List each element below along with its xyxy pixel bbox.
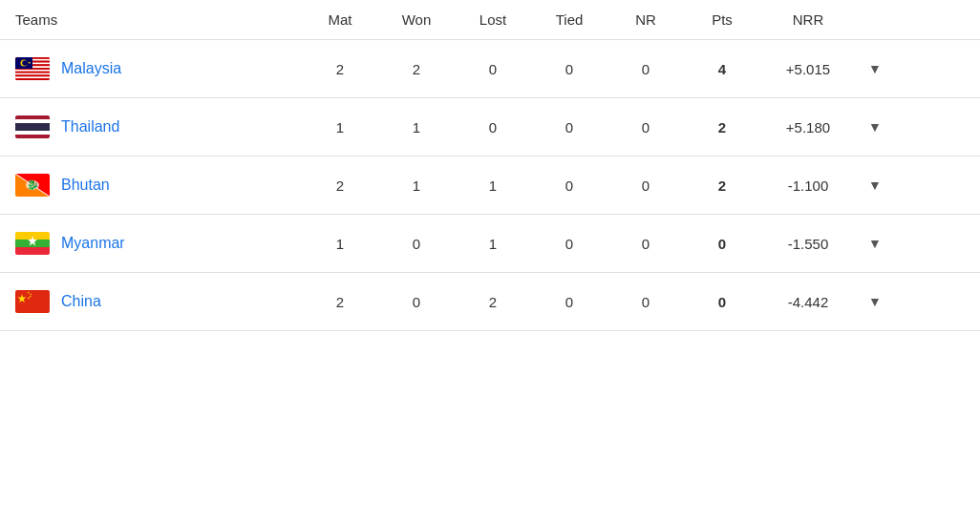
flag-malaysia <box>15 57 50 80</box>
svg-rect-8 <box>15 70 50 72</box>
header-nr: NR <box>607 11 684 28</box>
svg-rect-23 <box>15 135 50 138</box>
stat-tied-myanmar: 0 <box>531 236 607 252</box>
stat-pts-malaysia: 4 <box>684 61 760 77</box>
stat-mat-myanmar: 1 <box>302 236 378 252</box>
stat-tied-thailand: 0 <box>531 119 607 136</box>
svg-rect-21 <box>15 123 50 131</box>
stat-nr-china: 0 <box>607 294 684 310</box>
table-row: 🐉 Bhutan 2 1 1 0 0 2 -1.100 ▼ <box>0 157 980 215</box>
team-cell-china: China <box>15 290 302 313</box>
standings-table: Teams Mat Won Lost Tied NR Pts NRR <box>0 0 980 331</box>
header-mat: Mat <box>302 11 378 28</box>
svg-rect-31 <box>15 247 50 255</box>
stat-pts-myanmar: 0 <box>684 236 760 252</box>
table-row: Malaysia 2 2 0 0 0 4 +5.015 ▼ <box>0 40 980 98</box>
stat-nrr-myanmar: -1.550 <box>760 236 856 252</box>
team-name-bhutan[interactable]: Bhutan <box>61 177 110 194</box>
stat-pts-bhutan: 2 <box>684 177 760 194</box>
table-header: Teams Mat Won Lost Tied NR Pts NRR <box>0 0 980 40</box>
team-cell-malaysia: Malaysia <box>15 57 302 80</box>
stat-won-bhutan: 1 <box>378 177 455 194</box>
stat-mat-malaysia: 2 <box>302 61 378 77</box>
stat-nr-bhutan: 0 <box>607 177 684 194</box>
table-row: China 2 0 2 0 0 0 -4.442 ▼ <box>0 273 980 331</box>
stat-won-malaysia: 2 <box>378 61 455 77</box>
stat-won-china: 0 <box>378 294 455 310</box>
stat-won-thailand: 1 <box>378 119 455 136</box>
header-teams: Teams <box>15 11 302 28</box>
stat-lost-malaysia: 0 <box>455 61 531 77</box>
stat-lost-china: 2 <box>455 294 531 310</box>
expand-bhutan[interactable]: ▼ <box>856 177 894 193</box>
header-nrr: NRR <box>760 11 856 28</box>
svg-point-16 <box>22 60 28 66</box>
svg-rect-11 <box>15 74 50 76</box>
stat-nrr-bhutan: -1.100 <box>760 177 856 194</box>
stat-nr-malaysia: 0 <box>607 61 684 77</box>
stat-won-myanmar: 0 <box>378 236 455 252</box>
flag-china <box>15 290 50 313</box>
header-won: Won <box>378 11 455 28</box>
svg-rect-10 <box>15 73 50 75</box>
flag-thailand <box>15 115 50 138</box>
team-name-thailand[interactable]: Thailand <box>61 118 119 136</box>
stat-mat-thailand: 1 <box>302 119 378 136</box>
stat-mat-china: 2 <box>302 294 378 310</box>
expand-thailand[interactable]: ▼ <box>856 119 894 135</box>
team-name-myanmar[interactable]: Myanmar <box>61 235 125 252</box>
stat-tied-malaysia: 0 <box>531 61 607 77</box>
stat-nr-myanmar: 0 <box>607 236 684 252</box>
svg-rect-12 <box>15 76 50 78</box>
flag-myanmar <box>15 232 50 255</box>
expand-china[interactable]: ▼ <box>856 294 894 309</box>
stat-pts-thailand: 2 <box>684 119 760 136</box>
expand-malaysia[interactable]: ▼ <box>856 61 894 76</box>
header-pts: Pts <box>684 11 760 28</box>
svg-rect-20 <box>15 119 50 123</box>
stat-nrr-china: -4.442 <box>760 294 856 310</box>
stat-tied-bhutan: 0 <box>531 177 607 194</box>
table-row: Thailand 1 1 0 0 0 2 +5.180 ▼ <box>0 98 980 157</box>
header-lost: Lost <box>455 11 531 28</box>
svg-rect-19 <box>15 115 50 119</box>
stat-lost-thailand: 0 <box>455 119 531 136</box>
stat-pts-china: 0 <box>684 294 760 310</box>
svg-rect-22 <box>15 131 50 135</box>
svg-text:🐉: 🐉 <box>27 178 39 191</box>
team-cell-myanmar: Myanmar <box>15 232 302 255</box>
stat-lost-myanmar: 1 <box>455 236 531 252</box>
stat-tied-china: 0 <box>531 294 607 310</box>
team-name-malaysia[interactable]: Malaysia <box>61 60 121 77</box>
stat-mat-bhutan: 2 <box>302 177 378 194</box>
team-name-china[interactable]: China <box>61 293 101 310</box>
stat-nrr-malaysia: +5.015 <box>760 61 856 77</box>
svg-rect-13 <box>15 78 50 80</box>
svg-rect-9 <box>15 72 50 73</box>
expand-myanmar[interactable]: ▼ <box>856 236 894 251</box>
team-cell-bhutan: 🐉 Bhutan <box>15 174 302 197</box>
flag-bhutan: 🐉 <box>15 174 50 197</box>
header-tied: Tied <box>531 11 607 28</box>
stat-nrr-thailand: +5.180 <box>760 119 856 136</box>
stat-lost-bhutan: 1 <box>455 177 531 194</box>
team-cell-thailand: Thailand <box>15 115 302 138</box>
stat-nr-thailand: 0 <box>607 119 684 136</box>
table-row: Myanmar 1 0 1 0 0 0 -1.550 ▼ <box>0 215 980 273</box>
